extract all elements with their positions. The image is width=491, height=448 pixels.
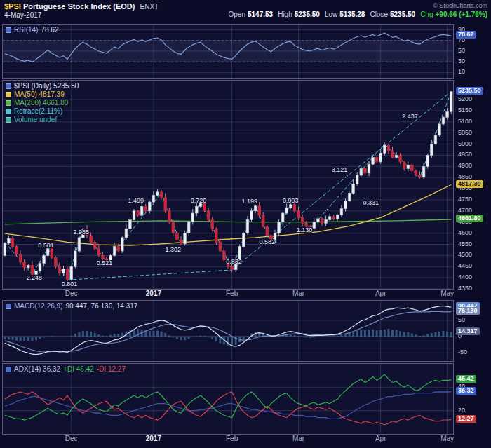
rsi-plot <box>3 25 453 78</box>
svg-text:1.130: 1.130 <box>297 226 313 233</box>
axis-tick: 4400 <box>458 273 472 280</box>
month-label: Feb <box>226 435 238 442</box>
axis-value-bubble: 4817.39 <box>456 180 483 188</box>
svg-text:2.248: 2.248 <box>26 274 42 281</box>
legend-swatch-icon <box>6 100 11 106</box>
axis-tick: 5050 <box>458 129 472 136</box>
svg-text:0.331: 0.331 <box>363 199 379 206</box>
quote-value: 5235.50 <box>390 11 415 18</box>
month-label: 2017 <box>146 435 161 442</box>
legend-swatch-icon <box>6 109 11 114</box>
symbol-label: $PSI <box>4 2 21 11</box>
legend-swatch-icon <box>6 92 11 97</box>
exchange-label: ENXT <box>140 3 159 11</box>
legend-text: Retrace(2.11%) <box>14 107 62 116</box>
adx-plot <box>3 364 453 434</box>
legend-item: Retrace(2.11%) <box>6 107 79 116</box>
rsi-axis: 907050301078.62 <box>455 24 491 79</box>
change-value: +90.66 (+1.76%) <box>436 11 488 18</box>
axis-value-bubble: 46.42 <box>456 375 476 383</box>
legend-text: -DI 12.27 <box>97 365 126 374</box>
legend-item: MA(200) 4661.80 <box>6 99 79 107</box>
axis-value-bubble: 14.317 <box>456 327 480 335</box>
legend-swatch-icon <box>6 27 11 33</box>
index-name: Portuguese Stock Index (EOD) <box>23 2 135 11</box>
header-left: $PSI Portuguese Stock Index (EOD) ENXT 4… <box>4 2 159 22</box>
axis-value-bubble: 4661.80 <box>456 215 483 222</box>
legend-text: ADX(14) 36.32 <box>14 365 60 374</box>
axis-tick: 4600 <box>458 229 472 236</box>
price-legend: $PSI (Daily) 5235.50MA(50) 4817.39MA(200… <box>6 82 79 124</box>
quote-value: 5135.28 <box>339 11 365 18</box>
legend-swatch-icon <box>6 367 11 372</box>
svg-text:3.121: 3.121 <box>332 166 348 173</box>
month-label: Dec <box>65 290 78 297</box>
xaxis-months-mid: Dec2017FebMarAprMay <box>2 290 454 299</box>
legend-swatch-icon <box>6 117 11 123</box>
legend-item: Volume undef <box>6 116 79 124</box>
legend-text: Volume undef <box>14 116 57 124</box>
legend-text: 90.447, 76.130, 14.317 <box>65 302 137 311</box>
axis-tick: 4450 <box>458 262 472 269</box>
svg-text:0.832: 0.832 <box>226 258 242 265</box>
price-panel: 2.2480.5810.8012.9850.5211.4991.3020.720… <box>2 80 489 290</box>
legend-item: RSI(14) 78.62 <box>6 26 58 34</box>
xaxis-months-bottom: Dec2017FebMarAprMay <box>2 435 454 444</box>
copyright-label: © StockCharts.com <box>224 2 487 9</box>
axis-tick: 50 <box>458 47 465 54</box>
svg-text:0.582: 0.582 <box>260 238 276 245</box>
legend-swatch-icon <box>6 304 11 309</box>
macd-axis: 500-5090.44776.13014.317 <box>455 300 491 362</box>
axis-tick: 20 <box>458 407 465 414</box>
legend-text: RSI(14) <box>14 26 38 34</box>
axis-tick: 10 <box>458 68 465 75</box>
svg-text:1.302: 1.302 <box>166 246 182 253</box>
axis-value-bubble: 76.130 <box>456 307 480 315</box>
quote-bar: Open5147.53High5235.50Low5135.28Close523… <box>224 11 487 18</box>
axis-tick: 4550 <box>458 240 472 247</box>
legend-text: $PSI (Daily) 5235.50 <box>14 82 79 90</box>
axis-value-bubble: 5235.50 <box>456 87 483 95</box>
change-label: Chg <box>420 11 433 18</box>
month-label: Mar <box>292 435 304 442</box>
axis-tick: 4750 <box>458 196 472 203</box>
month-label: Apr <box>375 290 386 297</box>
rsi-legend: RSI(14) 78.62 <box>6 26 58 34</box>
legend-text: MA(200) 4661.80 <box>14 99 68 107</box>
axis-tick: 4350 <box>458 285 472 292</box>
quote-label: Close <box>370 11 388 18</box>
svg-text:0.720: 0.720 <box>191 197 207 204</box>
axis-tick: 50 <box>458 316 465 323</box>
adx-plotbox: ADX(14) 36.32+DI 46.42-DI 12.27 <box>2 363 454 435</box>
quote-value: 5235.50 <box>295 11 320 18</box>
month-label: 2017 <box>146 290 161 297</box>
date-label: 4-May-2017 <box>4 11 159 19</box>
title-line: $PSI Portuguese Stock Index (EOD) ENXT <box>4 2 159 11</box>
axis-tick: 30 <box>458 57 465 65</box>
adx-panel: ADX(14) 36.32+DI 46.42-DI 12.27 402046.4… <box>2 363 489 435</box>
month-label: May <box>440 435 454 442</box>
svg-text:0.521: 0.521 <box>97 259 113 266</box>
legend-text: 78.62 <box>41 26 58 34</box>
axis-tick: 5000 <box>458 140 472 147</box>
legend-swatch-icon <box>6 83 11 89</box>
month-label: Dec <box>65 435 78 442</box>
svg-text:0.581: 0.581 <box>38 242 54 249</box>
month-label: Feb <box>226 290 238 297</box>
header-right: © StockCharts.com Open5147.53High5235.50… <box>224 2 487 22</box>
chart-header: $PSI Portuguese Stock Index (EOD) ENXT 4… <box>2 1 489 22</box>
legend-item: MA(50) 4817.39 <box>6 90 79 99</box>
rsi-panel: RSI(14) 78.62 907050301078.62 <box>2 24 489 79</box>
svg-text:1.499: 1.499 <box>128 197 144 204</box>
axis-tick: 5150 <box>458 107 472 114</box>
svg-text:0.801: 0.801 <box>62 280 78 287</box>
axis-tick: 5200 <box>458 95 472 102</box>
legend-item: $PSI (Daily) 5235.50 <box>6 82 79 90</box>
adx-legend: ADX(14) 36.32+DI 46.42-DI 12.27 <box>6 365 126 374</box>
legend-text: +DI 46.42 <box>63 365 94 374</box>
month-label: Apr <box>375 435 386 442</box>
axis-tick: 5100 <box>458 118 472 125</box>
axis-value-bubble: 12.27 <box>456 415 476 423</box>
macd-plotbox: MACD(12,26,9) 90.447, 76.130, 14.317 <box>2 300 454 362</box>
axis-tick: 4700 <box>458 207 472 214</box>
